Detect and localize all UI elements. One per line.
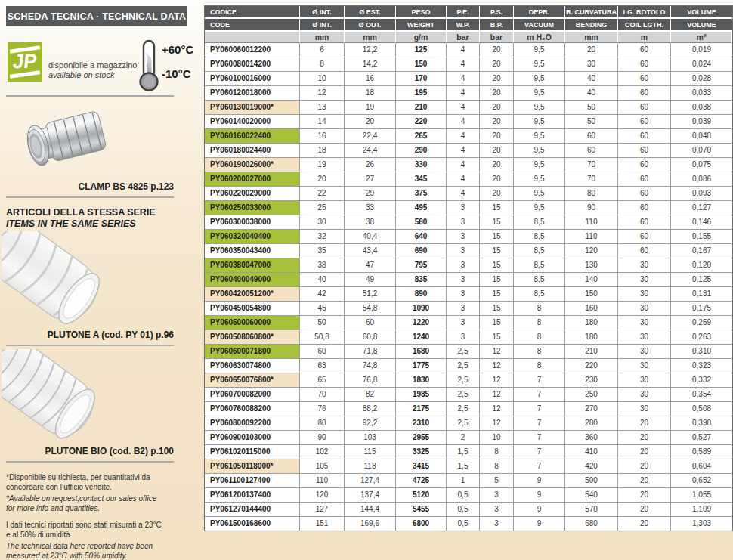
code-cell: PY061500168600 bbox=[205, 517, 300, 531]
value-cell: 60 bbox=[618, 101, 671, 115]
value-cell: 15 bbox=[480, 215, 514, 230]
value-cell: 22 bbox=[300, 187, 345, 201]
table-row: PY06025003300025334953159,590600,127 bbox=[205, 201, 732, 215]
value-cell: 30 bbox=[300, 215, 345, 230]
table-row: PY061200137400120137,451200,539540201,05… bbox=[205, 488, 732, 503]
value-cell: 50 bbox=[300, 316, 345, 330]
value-cell: 330 bbox=[396, 158, 447, 172]
code-cell: PY060140020000 bbox=[205, 115, 300, 129]
value-cell: 118 bbox=[345, 459, 396, 474]
value-cell: 120 bbox=[300, 488, 345, 503]
value-cell: 9 bbox=[514, 517, 565, 531]
value-cell: 1220 bbox=[396, 316, 447, 330]
value-cell: 3415 bbox=[396, 459, 447, 474]
value-cell: 20 bbox=[618, 445, 671, 459]
value-cell: 0,5 bbox=[447, 488, 480, 503]
value-cell: 8,5 bbox=[514, 258, 565, 273]
column-header: bar bbox=[447, 32, 480, 43]
value-cell: 10 bbox=[480, 431, 514, 445]
code-cell: PY061050118000* bbox=[205, 459, 300, 474]
value-cell: 16 bbox=[345, 72, 396, 86]
value-cell: 20 bbox=[480, 158, 514, 172]
divider bbox=[6, 196, 174, 198]
value-cell: 0,146 bbox=[671, 215, 732, 230]
value-cell: 8 bbox=[514, 359, 565, 373]
value-cell: 90 bbox=[300, 431, 345, 445]
code-cell: PY060700082000 bbox=[205, 388, 300, 402]
value-cell: 6800 bbox=[396, 517, 447, 531]
value-cell: 360 bbox=[565, 431, 618, 445]
value-cell: 5 bbox=[480, 474, 514, 488]
column-header: COIL LGTH. bbox=[618, 19, 671, 32]
value-cell: 9,5 bbox=[514, 43, 565, 57]
value-cell: 74,8 bbox=[345, 359, 396, 373]
value-cell: 20 bbox=[480, 43, 514, 57]
value-cell: 60 bbox=[618, 144, 671, 158]
value-cell: 60 bbox=[300, 345, 345, 359]
value-cell: 30 bbox=[565, 57, 618, 72]
footnote: *Disponibile su richiesta, per quantitat… bbox=[6, 473, 199, 492]
value-cell: 20 bbox=[618, 503, 671, 517]
value-cell: 3 bbox=[480, 517, 514, 531]
value-cell: 0,5 bbox=[447, 503, 480, 517]
table-row: PY061270144400127144,454550,539570201,10… bbox=[205, 503, 732, 517]
table-row: PY060060012200612,21254209,520600,019 bbox=[205, 43, 732, 57]
value-cell: 30 bbox=[618, 373, 671, 388]
value-cell: 7 bbox=[514, 431, 565, 445]
value-cell: 51,2 bbox=[345, 287, 396, 302]
value-cell: 0,048 bbox=[671, 129, 732, 144]
value-cell: 20 bbox=[480, 144, 514, 158]
value-cell: 60 bbox=[618, 230, 671, 244]
value-cell: 65 bbox=[300, 373, 345, 388]
technical-data-table: CODICEØ INT.Ø EST.PESOP.E.P.S.DEPR.R. CU… bbox=[204, 5, 733, 531]
table-row: PY06022002900022293754209,580600,093 bbox=[205, 187, 732, 201]
value-cell: 54,8 bbox=[345, 302, 396, 316]
value-cell: 9 bbox=[514, 503, 565, 517]
value-cell: 24,4 bbox=[345, 144, 396, 158]
value-cell: 8 bbox=[514, 345, 565, 359]
same-series-heading-it: ARTICOLI DELLA STESSA SERIE bbox=[6, 207, 156, 218]
value-cell: 20 bbox=[345, 115, 396, 129]
value-cell: 20 bbox=[480, 129, 514, 144]
value-cell: 27 bbox=[345, 172, 396, 187]
value-cell: 0,259 bbox=[671, 316, 732, 330]
column-header: m H₂O bbox=[514, 32, 565, 43]
value-cell: 2,5 bbox=[447, 416, 480, 431]
hose-plutone-a-image bbox=[2, 231, 109, 331]
value-cell: 60 bbox=[618, 129, 671, 144]
value-cell: 420 bbox=[565, 459, 618, 474]
column-header: g/m bbox=[396, 32, 447, 43]
value-cell: 4 bbox=[447, 158, 480, 172]
code-cell: PY060060012200 bbox=[205, 43, 300, 57]
value-cell: 20 bbox=[618, 474, 671, 488]
value-cell: 80 bbox=[565, 187, 618, 201]
value-cell: 20 bbox=[618, 459, 671, 474]
plutone-bio-caption: PLUTONE BIO (cod. B2) p.100 bbox=[6, 446, 174, 456]
column-header: R. CURVATURA bbox=[565, 6, 618, 19]
value-cell: 0,120 bbox=[671, 258, 732, 273]
column-header: VOLUME bbox=[671, 19, 732, 32]
value-cell: 20 bbox=[618, 488, 671, 503]
value-cell: 30 bbox=[618, 345, 671, 359]
value-cell: 20 bbox=[480, 72, 514, 86]
table-row: PY06010001600010161704209,540600,028 bbox=[205, 72, 732, 86]
code-cell: PY060600071800 bbox=[205, 345, 300, 359]
footnote: The technical data here reported have be… bbox=[6, 542, 199, 560]
value-cell: 9,5 bbox=[514, 158, 565, 172]
value-cell: 15 bbox=[480, 273, 514, 287]
column-header: DEPR. bbox=[514, 6, 565, 19]
code-cell: PY060200027000 bbox=[205, 172, 300, 187]
value-cell: 110 bbox=[300, 474, 345, 488]
value-cell: 6 bbox=[300, 43, 345, 57]
code-cell: PY061100127400 bbox=[205, 474, 300, 488]
value-cell: 120 bbox=[565, 244, 618, 258]
code-cell: PY061020115000 bbox=[205, 445, 300, 459]
value-cell: 4 bbox=[447, 144, 480, 158]
column-header: P.S. bbox=[480, 6, 514, 19]
value-cell: 4 bbox=[447, 86, 480, 101]
value-cell: 0,354 bbox=[671, 388, 732, 402]
table-row: PY06030003800030385803158,5110600,146 bbox=[205, 215, 732, 230]
value-cell: 30 bbox=[618, 302, 671, 316]
code-cell: PY060420051200* bbox=[205, 287, 300, 302]
value-cell: 125 bbox=[396, 43, 447, 57]
